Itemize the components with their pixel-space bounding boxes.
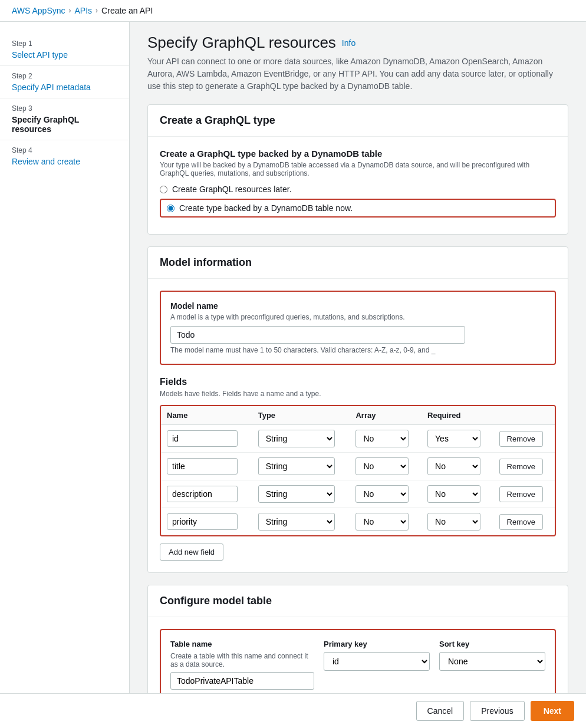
- primary-key-select[interactable]: id title description priority: [324, 652, 430, 671]
- table-row: StringIntFloatBooleanIDAWSDateAWSDateTim…: [161, 453, 555, 480]
- radio-create-now-label: Create type backed by a DynamoDB table n…: [179, 203, 353, 213]
- field-name-cell: [161, 480, 252, 508]
- field-type-cell: StringIntFloatBooleanIDAWSDateAWSDateTim…: [252, 425, 350, 453]
- field-required-select[interactable]: NoYes: [427, 513, 480, 531]
- sidebar-step-2-label: Step 2: [12, 72, 117, 80]
- sidebar-step-4: Step 4 Review and create: [0, 140, 129, 172]
- cancel-button[interactable]: Cancel: [416, 701, 465, 721]
- model-name-desc: A model is a type with preconfigured que…: [170, 313, 545, 321]
- sidebar-step-2-name[interactable]: Specify API metadata: [12, 83, 117, 92]
- field-remove-cell: Remove: [493, 508, 555, 536]
- sort-key-label: Sort key: [439, 640, 545, 648]
- breadcrumb: AWS AppSync › APIs › Create an API: [0, 0, 586, 22]
- page-description: Your API can connect to one or more data…: [147, 55, 568, 93]
- field-type-cell: StringIntFloatBooleanIDAWSDateAWSDateTim…: [252, 453, 350, 480]
- primary-key-col: Primary key id title description priorit…: [324, 640, 430, 671]
- field-remove-cell: Remove: [493, 425, 555, 453]
- field-remove-cell: Remove: [493, 480, 555, 508]
- sidebar-step-1[interactable]: Step 1 Select API type: [0, 34, 129, 66]
- field-type-select[interactable]: StringIntFloatBooleanIDAWSDateAWSDateTim…: [258, 430, 335, 447]
- model-name-hint: The model name must have 1 to 50 charact…: [170, 346, 545, 354]
- fields-section: Fields Models have fields. Fields have a…: [160, 377, 556, 561]
- field-name-cell: [161, 508, 252, 536]
- field-type-cell: StringIntFloatBooleanIDAWSDateAWSDateTim…: [252, 480, 350, 508]
- col-array: Array: [350, 406, 422, 425]
- table-row: StringIntFloatBooleanIDAWSDateAWSDateTim…: [161, 480, 555, 508]
- sort-key-col: Sort key None id title description prior…: [439, 640, 545, 671]
- create-graphql-type-card: Create a GraphQL type Create a GraphQL t…: [147, 104, 568, 235]
- table-row: StringIntFloatBooleanIDAWSDateAWSDateTim…: [161, 508, 555, 536]
- sidebar: Step 1 Select API type Step 2 Specify AP…: [0, 22, 130, 728]
- next-button[interactable]: Next: [531, 701, 574, 721]
- primary-key-label: Primary key: [324, 640, 430, 648]
- table-row: StringIntFloatBooleanIDAWSDateAWSDateTim…: [161, 425, 555, 453]
- sidebar-step-3-name: Specify GraphQL resources: [12, 115, 117, 134]
- field-array-select[interactable]: NoYes: [355, 430, 409, 447]
- field-array-cell: NoYes: [350, 480, 422, 508]
- sort-key-select[interactable]: None id title description priority: [439, 652, 545, 671]
- previous-button[interactable]: Previous: [470, 701, 524, 721]
- field-remove-cell: Remove: [493, 453, 555, 480]
- field-name-cell: [161, 425, 252, 453]
- field-array-cell: NoYes: [350, 425, 422, 453]
- add-field-button[interactable]: Add new field: [160, 543, 223, 561]
- sidebar-step-1-label: Step 1: [12, 39, 117, 48]
- sidebar-step-2[interactable]: Step 2 Specify API metadata: [0, 66, 129, 98]
- field-required-cell: NoYes: [422, 425, 493, 453]
- model-information-body: Model name A model is a type with precon…: [148, 279, 568, 572]
- radio-create-now[interactable]: Create type backed by a DynamoDB table n…: [160, 199, 556, 218]
- field-required-select[interactable]: NoYes: [427, 457, 480, 475]
- field-required-select[interactable]: NoYes: [427, 485, 480, 503]
- sidebar-step-4-name: Review and create: [12, 157, 117, 166]
- fields-title: Fields: [160, 377, 556, 387]
- sidebar-step-3-label: Step 3: [12, 104, 117, 113]
- radio-create-now-input[interactable]: [167, 205, 175, 212]
- breadcrumb-current: Create an API: [101, 6, 153, 15]
- create-graphql-type-body: Create a GraphQL type backed by a Dynamo…: [148, 137, 568, 234]
- field-type-cell: StringIntFloatBooleanIDAWSDateAWSDateTim…: [252, 508, 350, 536]
- field-array-cell: NoYes: [350, 453, 422, 480]
- create-graphql-type-title: Create a GraphQL type: [160, 114, 556, 127]
- model-information-title: Model information: [160, 256, 556, 269]
- field-array-select[interactable]: NoYes: [355, 485, 409, 503]
- field-name-input[interactable]: [167, 513, 238, 530]
- field-name-input[interactable]: [167, 430, 238, 447]
- model-name-label: Model name: [170, 301, 545, 311]
- model-name-input[interactable]: [170, 326, 465, 344]
- field-type-select[interactable]: StringIntFloatBooleanIDAWSDateAWSDateTim…: [258, 513, 335, 531]
- field-name-input[interactable]: [167, 486, 238, 502]
- radio-create-later[interactable]: Create GraphQL resources later.: [160, 185, 556, 194]
- info-link[interactable]: Info: [342, 38, 355, 48]
- field-required-cell: NoYes: [422, 508, 493, 536]
- breadcrumb-apis[interactable]: APIs: [75, 6, 93, 15]
- fields-table-wrapper: Name Type Array Required String: [160, 405, 556, 536]
- model-information-card: Model information Model name A model is …: [147, 246, 568, 573]
- sidebar-step-1-name[interactable]: Select API type: [12, 50, 117, 60]
- model-information-header: Model information: [148, 247, 568, 279]
- col-required: Required: [422, 406, 493, 425]
- col-action: [493, 406, 555, 425]
- field-name-input[interactable]: [167, 458, 238, 475]
- main-content: Specify GraphQL resources Info Your API …: [130, 22, 586, 728]
- configure-table-header: Configure model table: [148, 585, 568, 617]
- sidebar-step-4-label: Step 4: [12, 146, 117, 154]
- remove-field-button[interactable]: Remove: [499, 486, 543, 502]
- field-array-select[interactable]: NoYes: [355, 513, 409, 531]
- field-type-select[interactable]: StringIntFloatBooleanIDAWSDateAWSDateTim…: [258, 485, 335, 503]
- field-array-select[interactable]: NoYes: [355, 457, 409, 475]
- footer: Cancel Previous Next: [0, 693, 586, 728]
- fields-table: Name Type Array Required String: [161, 406, 555, 535]
- table-name-input[interactable]: [170, 672, 314, 690]
- sidebar-step-3: Step 3 Specify GraphQL resources: [0, 98, 129, 140]
- remove-field-button[interactable]: Remove: [499, 514, 543, 530]
- radio-create-later-input[interactable]: [160, 186, 167, 193]
- breadcrumb-appsync[interactable]: AWS AppSync: [12, 6, 65, 15]
- breadcrumb-sep-1: ›: [69, 6, 71, 15]
- field-type-select[interactable]: StringIntFloatBooleanIDAWSDateAWSDateTim…: [258, 457, 335, 475]
- table-name-desc: Create a table with this name and connec…: [170, 652, 314, 668]
- radio-create-later-label: Create GraphQL resources later.: [172, 185, 292, 194]
- page-title: Specify GraphQL resources Info: [147, 34, 568, 52]
- field-required-select[interactable]: NoYes: [427, 430, 480, 447]
- remove-field-button[interactable]: Remove: [499, 459, 543, 475]
- remove-field-button[interactable]: Remove: [499, 431, 543, 447]
